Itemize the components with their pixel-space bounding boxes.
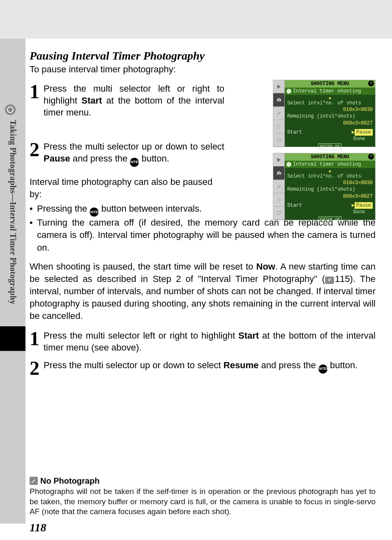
t: and press the <box>258 360 318 370</box>
page-number: 118 <box>30 521 46 534</box>
row-select-value: 010x3=0030 <box>287 106 373 113</box>
svg-point-2 <box>278 173 280 174</box>
t: button. <box>327 360 357 370</box>
menu-body: ▲ Select intvl*no. of shots 010x3=0030 R… <box>285 168 375 220</box>
resume-steps: 1 Press the multi selector left or right… <box>30 330 376 377</box>
page-header-band <box>0 0 392 39</box>
menu-tab-strip <box>273 80 285 147</box>
row-remaining-value: 009x3=0027 <box>287 120 373 127</box>
start-label: Start <box>287 202 302 209</box>
t: Press the multi selector up or down to s… <box>44 141 224 152</box>
enter-icon: ENTER <box>90 208 99 217</box>
side-thumb-tab <box>0 326 25 351</box>
enter-icon: ENTER <box>318 365 327 374</box>
start-keyword: Start <box>81 95 102 106</box>
custom-tab-icon <box>273 107 284 120</box>
t: button between intervals. <box>99 203 202 214</box>
menu-tab-strip <box>273 153 285 220</box>
scroll-up-icon: ▲ <box>287 97 373 100</box>
t: Pressing the <box>37 203 90 214</box>
step-text: Press the multi selector up or down to s… <box>44 359 376 377</box>
shooting-tab-icon <box>273 93 284 106</box>
step-text: Press the multi selector left or right t… <box>44 330 376 353</box>
clock-icon <box>286 162 291 167</box>
clock-icon <box>286 89 291 94</box>
side-tab: Taking Photographs—Interval Timer Photog… <box>0 39 25 524</box>
side-section-label: Taking Photographs—Interval Timer Photog… <box>8 120 18 305</box>
note-body: Photographs will not be taken if the sel… <box>30 487 376 517</box>
camera-menu-1: SHOOTING MENU? Interval timer shooting ▲… <box>273 80 376 147</box>
menu-subtitle: Interval timer shooting <box>285 88 375 95</box>
timer-icon <box>5 104 16 115</box>
row-select: Select intvl*no. of shots <box>287 100 373 106</box>
resume-keyword: Resume <box>224 360 259 370</box>
step-text: Press the multi selector left or right t… <box>44 83 224 118</box>
svg-rect-1 <box>277 138 280 141</box>
step-number: 2 <box>30 359 44 377</box>
enter-icon: ENTER <box>130 158 139 167</box>
custom-tab-icon <box>273 180 284 193</box>
step-text: Press the multi selector up or down to s… <box>44 141 224 167</box>
playback-tab-icon <box>273 153 284 166</box>
note-box: No Photograph Photographs will not be ta… <box>30 476 376 517</box>
bullet-item: • Pressing the ENTER button between inte… <box>30 203 219 217</box>
t: button. <box>139 153 169 164</box>
menu-subtitle: Interval timer shooting <box>285 161 375 168</box>
now-paragraph: When shooting is paused, the start time … <box>30 261 376 322</box>
section-heading: Pausing Interval Timer Photography <box>30 49 376 62</box>
now-keyword: Now <box>256 261 275 272</box>
retouch-tab-icon <box>273 207 284 220</box>
row-remaining-value: 009x3=0027 <box>287 193 373 200</box>
option-pause: Pause <box>355 202 373 209</box>
intro-line: To pause interval timer photography: <box>30 63 376 75</box>
help-icon: ? <box>368 154 374 159</box>
row-select-value: 010x3=0030 <box>287 180 373 186</box>
page-ref-icon <box>325 277 334 284</box>
note-title: No Photograph <box>40 476 99 486</box>
pause-keyword: Pause <box>44 153 70 164</box>
note-heading: No Photograph <box>30 476 376 486</box>
start-label: Start <box>287 129 302 136</box>
menu-title: SHOOTING MENU? <box>285 80 375 88</box>
help-icon: ? <box>368 81 374 86</box>
svg-rect-3 <box>277 212 280 215</box>
camera-menu-screenshots: SHOOTING MENU? Interval timer shooting ▲… <box>273 80 376 226</box>
page-ref-number: 115 <box>335 274 350 284</box>
playback-tab-icon <box>273 80 284 93</box>
camera-menu-2: SHOOTING MENU? Interval timer shooting ▲… <box>273 153 376 220</box>
ok-hint: ENTER OK <box>287 216 373 223</box>
svg-point-0 <box>278 99 280 101</box>
menu-body: ▲ Select intvl*no. of shots 010x3=0030 R… <box>285 95 375 147</box>
lead: Interval time photography can also be pa… <box>30 176 219 201</box>
cursor-icon: ▶ <box>352 129 355 135</box>
shooting-tab-icon <box>273 166 284 180</box>
resume-step-1: 1 Press the multi selector left or right… <box>30 330 376 353</box>
t: When shooting is paused, the start time … <box>30 261 256 272</box>
row-select: Select intvl*no. of shots <box>287 173 373 180</box>
row-remaining: Remaining (intvl*shots) <box>287 186 373 193</box>
step-number: 1 <box>30 330 44 353</box>
resume-step-2: 2 Press the multi selector up or down to… <box>30 359 376 377</box>
retouch-tab-icon <box>273 134 284 147</box>
t: Press the multi selector up or down to s… <box>44 360 224 370</box>
option-pause: Pause <box>355 129 373 136</box>
t: Press the multi selector left or right t… <box>44 330 238 341</box>
scroll-up-icon: ▲ <box>287 170 373 173</box>
menu-title: SHOOTING MENU? <box>285 153 375 161</box>
setup-tab-icon <box>273 193 284 206</box>
pencil-icon <box>30 477 38 485</box>
option-done: Done <box>352 209 367 215</box>
ok-hint: ENTER OK <box>287 143 373 150</box>
row-remaining: Remaining (intvl*shots) <box>287 113 373 120</box>
step-number: 1 <box>30 83 44 118</box>
step-number: 2 <box>30 141 44 167</box>
option-done: Done <box>352 136 367 142</box>
setup-tab-icon <box>273 120 284 133</box>
start-keyword: Start <box>238 330 259 341</box>
t: and press the <box>70 153 130 164</box>
cursor-icon: ▶ <box>352 203 355 208</box>
